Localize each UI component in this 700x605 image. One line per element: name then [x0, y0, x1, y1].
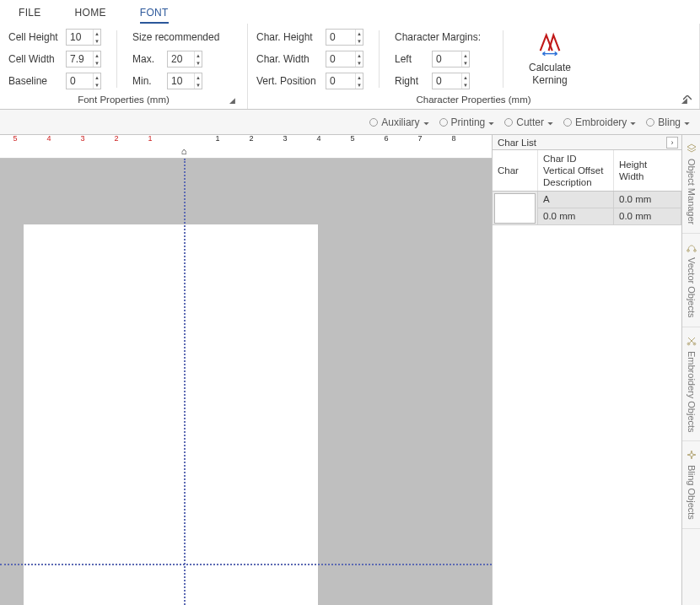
- tab-home[interactable]: HOME: [75, 5, 106, 24]
- chevron-down-icon: [630, 116, 636, 128]
- kerning-icon: [536, 32, 564, 60]
- horizontal-ruler[interactable]: ⌂ 1234512345678: [0, 135, 492, 159]
- cutter-toggle[interactable]: Cutter: [501, 115, 557, 130]
- char-list-title: Char List: [498, 138, 536, 148]
- printing-toggle[interactable]: Printing: [436, 115, 498, 130]
- down-icon[interactable]: ▼: [195, 59, 202, 67]
- down-icon[interactable]: ▼: [94, 37, 100, 45]
- tab-object-manager[interactable]: Object Manager: [682, 135, 700, 234]
- margin-left-input[interactable]: [433, 51, 461, 67]
- col-dims: Height Width: [614, 150, 681, 191]
- group-font-properties: Cell Height ▲▼ Cell Width ▲▼ Baseline: [0, 24, 248, 109]
- horizontal-guide[interactable]: [0, 564, 492, 565]
- min-input[interactable]: [168, 73, 194, 89]
- char-list-scroll-button[interactable]: ›: [666, 137, 678, 149]
- down-icon[interactable]: ▼: [195, 81, 202, 89]
- separator: [116, 30, 117, 88]
- up-icon[interactable]: ▲: [356, 73, 363, 81]
- stack-icon: [687, 143, 697, 154]
- up-icon[interactable]: ▲: [462, 51, 469, 59]
- margin-right-input[interactable]: [433, 73, 461, 89]
- max-spinner[interactable]: ▲▼: [167, 51, 202, 68]
- bling-toggle[interactable]: Bling: [643, 115, 693, 130]
- size-recommended-label: Size recommended: [132, 31, 218, 43]
- radio-icon: [439, 118, 448, 127]
- ruler-origin-marker[interactable]: ⌂: [181, 146, 187, 156]
- tab-vector-objects[interactable]: Vector Objects: [682, 234, 700, 327]
- down-icon[interactable]: ▼: [462, 81, 469, 89]
- up-icon[interactable]: ▲: [94, 30, 100, 37]
- up-icon[interactable]: ▲: [195, 51, 202, 59]
- col-ids: Char ID Vertical Offset Description: [538, 150, 614, 191]
- down-icon[interactable]: ▼: [462, 59, 469, 67]
- chevron-down-icon: [547, 116, 553, 128]
- up-icon[interactable]: ▲: [356, 51, 363, 59]
- chevron-down-icon: [488, 116, 494, 128]
- radio-icon: [369, 118, 378, 127]
- char-width-input[interactable]: [326, 51, 355, 67]
- char-list-panel: Char List › Char Char ID Vertical Offset…: [493, 135, 681, 605]
- margin-right-spinner[interactable]: ▲▼: [432, 73, 470, 89]
- char-list-row[interactable]: A 0.0 mm 0.0 mm 0.0 mm: [493, 192, 681, 225]
- character-margins-label: Character Margins:: [395, 31, 487, 43]
- down-icon[interactable]: ▼: [94, 59, 100, 67]
- chevron-down-icon: [423, 116, 429, 128]
- char-list-header: Char List ›: [493, 135, 681, 150]
- char-height-label: Char. Height: [256, 31, 320, 43]
- cell-width: 0.0 mm: [614, 208, 681, 225]
- cell-width-input[interactable]: [67, 51, 93, 67]
- canvas-viewport[interactable]: [0, 159, 492, 605]
- up-icon[interactable]: ▲: [195, 73, 202, 81]
- min-label: Min.: [132, 75, 162, 87]
- scissors-icon: [687, 336, 697, 346]
- tab-embroidery-objects[interactable]: Embroidery Objects: [682, 327, 700, 442]
- col-char: Char: [493, 150, 538, 191]
- char-width-label: Char. Width: [256, 53, 320, 65]
- baseline-label: Baseline: [8, 75, 61, 87]
- max-input[interactable]: [168, 51, 194, 67]
- char-width-spinner[interactable]: ▲▼: [326, 51, 363, 68]
- down-icon[interactable]: ▼: [356, 59, 363, 67]
- baseline-spinner[interactable]: ▲▼: [66, 73, 101, 89]
- up-icon[interactable]: ▲: [94, 51, 100, 59]
- char-thumbnail: [494, 193, 536, 224]
- vert-position-input[interactable]: [326, 73, 355, 89]
- margin-left-spinner[interactable]: ▲▼: [432, 51, 470, 68]
- min-spinner[interactable]: ▲▼: [167, 73, 202, 89]
- radio-icon: [563, 118, 572, 127]
- margin-left-label: Left: [395, 53, 427, 65]
- vertical-guide[interactable]: [184, 159, 186, 605]
- cell-height-input[interactable]: [67, 30, 93, 45]
- up-icon[interactable]: ▲: [462, 73, 469, 81]
- auxiliary-toggle[interactable]: Auxiliary: [366, 115, 432, 130]
- tab-file[interactable]: FILE: [19, 5, 41, 24]
- cell-height-spinner[interactable]: ▲▼: [66, 29, 101, 46]
- tab-bling-objects[interactable]: Bling Objects: [682, 441, 700, 529]
- cell-width-spinner[interactable]: ▲▼: [66, 51, 101, 68]
- tab-font[interactable]: FONT: [140, 5, 169, 24]
- up-icon[interactable]: ▲: [356, 30, 363, 37]
- vert-position-label: Vert. Position: [256, 75, 320, 87]
- sparkle-icon: [687, 450, 697, 460]
- embroidery-toggle[interactable]: Embroidery: [560, 115, 639, 130]
- baseline-input[interactable]: [67, 73, 93, 89]
- cell-voffset: 0.0 mm: [538, 208, 614, 225]
- down-icon[interactable]: ▼: [356, 81, 363, 89]
- page: [24, 224, 318, 605]
- group-character-properties: Char. Height ▲▼ Char. Width ▲▼ Vert. Pos…: [248, 24, 700, 109]
- radio-icon: [646, 118, 654, 127]
- cell-width-label: Cell Width: [8, 53, 61, 65]
- font-properties-title: Font Properties (mm) ◢: [8, 92, 239, 107]
- calculate-kerning-button[interactable]: Calculate Kerning: [519, 29, 581, 89]
- ribbon-collapse-button[interactable]: [681, 92, 693, 104]
- cell-height: 0.0 mm: [614, 192, 681, 208]
- up-icon[interactable]: ▲: [94, 73, 100, 81]
- char-height-spinner[interactable]: ▲▼: [326, 29, 363, 46]
- down-icon[interactable]: ▼: [94, 81, 100, 89]
- vert-position-spinner[interactable]: ▲▼: [326, 73, 363, 89]
- calculate-kerning-label: Calculate Kerning: [529, 62, 571, 86]
- cell-height-label: Cell Height: [8, 31, 61, 43]
- font-properties-launcher[interactable]: ◢: [227, 95, 237, 105]
- char-height-input[interactable]: [326, 30, 355, 45]
- down-icon[interactable]: ▼: [356, 37, 363, 45]
